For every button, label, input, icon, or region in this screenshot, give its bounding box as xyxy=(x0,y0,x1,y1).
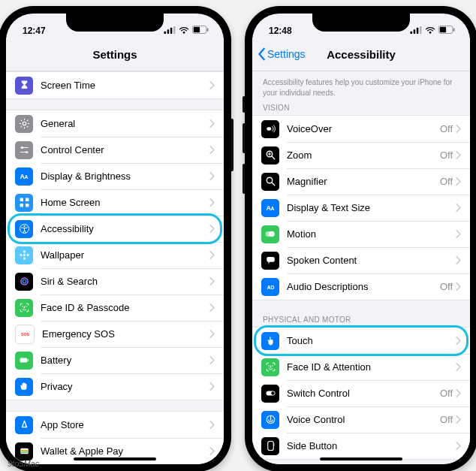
settings-row-switch-control[interactable]: Switch ControlOff xyxy=(252,380,470,406)
settings-row-voiceover[interactable]: VoiceOverOff xyxy=(252,116,470,142)
home-indicator[interactable] xyxy=(74,457,156,460)
section-header: VISION xyxy=(252,99,470,115)
image-credit: 9to5Mac xyxy=(8,459,39,468)
chevron-right-icon xyxy=(456,415,461,424)
svg-point-17 xyxy=(23,225,25,227)
chevron-right-icon xyxy=(209,303,215,312)
content-scroll[interactable]: Accessibility features help you customiz… xyxy=(252,71,470,464)
row-label: Screen Time xyxy=(41,80,209,91)
row-label: Privacy xyxy=(41,381,209,392)
wallet-icon xyxy=(15,442,33,460)
chevron-right-icon xyxy=(209,356,215,364)
row-label: Home Screen xyxy=(41,197,209,208)
flower-icon xyxy=(15,246,33,264)
svg-point-25 xyxy=(22,306,23,307)
svg-rect-13 xyxy=(26,198,29,202)
svg-rect-1 xyxy=(167,29,170,34)
section-header: PHYSICAL AND MOTOR xyxy=(252,311,470,327)
faceid-icon xyxy=(15,299,33,317)
row-label: Voice Control xyxy=(287,414,440,425)
row-label: App Store xyxy=(41,419,209,430)
settings-row-battery[interactable]: Battery xyxy=(6,347,224,373)
zoom-icon xyxy=(261,146,279,165)
settings-row-emergency-sos[interactable]: SOSEmergency SOS xyxy=(6,321,224,347)
row-value: Off xyxy=(440,388,453,399)
settings-row-touch[interactable]: Touch xyxy=(252,328,470,354)
row-label: Control Center xyxy=(41,144,209,155)
svg-point-7 xyxy=(23,122,26,125)
svg-rect-48 xyxy=(267,257,275,262)
svg-rect-0 xyxy=(164,32,167,34)
settings-row-accessibility[interactable]: Accessibility xyxy=(6,216,224,242)
chevron-right-icon xyxy=(209,421,215,429)
row-label: Emergency SOS xyxy=(42,328,209,340)
svg-point-21 xyxy=(20,254,22,256)
chevron-right-icon xyxy=(209,172,215,180)
page-title: Accessibility xyxy=(327,48,396,61)
settings-row-display-text-size[interactable]: AADisplay & Text Size xyxy=(252,195,470,221)
svg-point-18 xyxy=(23,254,26,256)
settings-row-face-id-passcode[interactable]: Face ID & Passcode xyxy=(6,294,224,321)
row-label: Wallet & Apple Pay xyxy=(41,445,209,457)
settings-row-privacy[interactable]: Privacy xyxy=(6,373,224,400)
row-label: Switch Control xyxy=(287,388,440,399)
chevron-right-icon xyxy=(456,363,461,371)
row-label: Battery xyxy=(41,355,209,366)
row-label: Siri & Search xyxy=(41,276,209,287)
switch-icon xyxy=(261,385,279,403)
chevron-right-icon xyxy=(456,177,461,186)
row-label: Accessibility xyxy=(41,223,209,234)
notch xyxy=(312,14,410,32)
chevron-right-icon xyxy=(456,125,461,133)
svg-rect-33 xyxy=(411,32,413,34)
battery-icon xyxy=(192,26,209,36)
content-scroll[interactable]: Screen TimeGeneralControl CenterAADispla… xyxy=(6,71,224,464)
settings-row-display-brightness[interactable]: AADisplay & Brightness xyxy=(6,163,224,189)
row-label: Spoken Content xyxy=(287,255,456,266)
settings-row-screen-time[interactable]: Screen Time xyxy=(6,72,224,98)
settings-row-audio-descriptions[interactable]: ADAudio DescriptionsOff xyxy=(252,273,470,300)
chevron-right-icon xyxy=(456,151,461,159)
settings-row-voice-control[interactable]: Voice ControlOff xyxy=(252,406,470,433)
settings-row-home-screen[interactable]: Home Screen xyxy=(6,189,224,216)
settings-row-siri-search[interactable]: Siri & Search xyxy=(6,268,224,294)
phone-left: 12:47SettingsScreen TimeGeneralControl C… xyxy=(0,6,231,471)
settings-row-zoom[interactable]: ZoomOff xyxy=(252,142,470,168)
chevron-right-icon xyxy=(456,282,461,291)
svg-rect-2 xyxy=(170,28,173,34)
chevron-right-icon xyxy=(209,277,215,285)
svg-rect-31 xyxy=(20,450,29,451)
settings-row-motion[interactable]: Motion xyxy=(252,221,470,247)
row-value: Off xyxy=(440,281,453,292)
chevron-right-icon xyxy=(209,198,215,207)
audio-desc-icon: AD xyxy=(261,278,279,296)
appstore-icon xyxy=(15,416,33,434)
settings-row-general[interactable]: General xyxy=(6,110,224,137)
back-button[interactable]: Settings xyxy=(257,47,306,61)
status-time: 12:47 xyxy=(23,26,46,36)
sliders-icon xyxy=(15,141,33,159)
settings-row-wallpaper[interactable]: Wallpaper xyxy=(6,242,224,268)
settings-row-magnifier[interactable]: MagnifierOff xyxy=(252,168,470,195)
settings-row-control-center[interactable]: Control Center xyxy=(6,137,224,163)
nav-bar: SettingsAccessibility xyxy=(252,38,470,71)
svg-rect-38 xyxy=(440,27,446,32)
row-value: Off xyxy=(440,176,453,187)
settings-row-face-id-attention[interactable]: Face ID & Attention xyxy=(252,354,470,380)
settings-row-side-button[interactable]: Side Button xyxy=(252,433,470,459)
row-label: Wallpaper xyxy=(41,249,209,261)
sos-icon: SOS xyxy=(15,325,35,344)
text-size-icon: AA xyxy=(15,168,33,186)
gear-icon xyxy=(15,115,33,133)
chevron-right-icon xyxy=(209,330,215,338)
row-value: Off xyxy=(440,149,453,161)
settings-row-app-store[interactable]: App Store xyxy=(6,412,224,438)
home-indicator[interactable] xyxy=(320,457,402,460)
cellular-icon xyxy=(164,26,176,36)
settings-row-spoken-content[interactable]: Spoken Content xyxy=(252,247,470,273)
row-label: Display & Text Size xyxy=(287,202,456,213)
chevron-right-icon xyxy=(209,382,215,391)
svg-point-22 xyxy=(26,254,29,256)
section-description: Accessibility features help you customiz… xyxy=(252,71,470,99)
wifi-icon xyxy=(425,26,435,36)
